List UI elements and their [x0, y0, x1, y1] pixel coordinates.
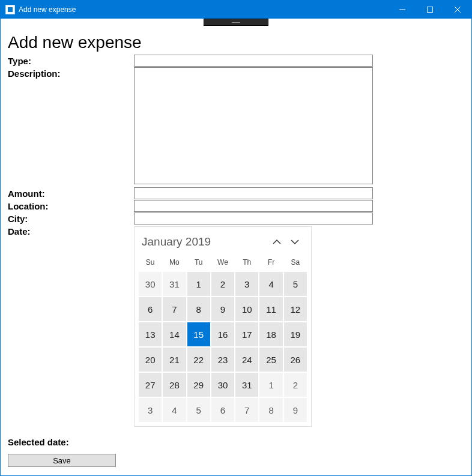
chevron-up-icon: [272, 238, 282, 246]
chevron-down-icon: [290, 238, 300, 246]
app-window: Add new expense Add new expense Type: De…: [0, 0, 472, 476]
calendar-day[interactable]: 21: [162, 347, 186, 372]
calendar-day[interactable]: 23: [211, 347, 235, 372]
calendar-day[interactable]: 29: [187, 372, 211, 397]
window-title: Add new expense: [19, 5, 76, 14]
type-label: Type:: [8, 55, 134, 67]
calendar-day[interactable]: 2: [283, 372, 307, 397]
calendar-day[interactable]: 26: [283, 347, 307, 372]
calendar-day[interactable]: 5: [187, 397, 211, 423]
calendar-day-header: Fr: [259, 256, 283, 269]
calendar-day[interactable]: 17: [235, 322, 259, 347]
selected-date-label: Selected date:: [8, 437, 69, 447]
calendar-day[interactable]: 13: [138, 322, 162, 347]
calendar-day[interactable]: 6: [138, 297, 162, 322]
calendar-day[interactable]: 12: [283, 297, 307, 322]
calendar-day[interactable]: 30: [211, 372, 235, 397]
date-calendar: January 2019 SuMoTuWeThFrSa 303112345678…: [134, 226, 312, 427]
calendar-day[interactable]: 8: [259, 397, 283, 423]
calendar-prev-button[interactable]: [268, 233, 286, 251]
calendar-day[interactable]: 1: [187, 271, 211, 297]
calendar-day[interactable]: 7: [162, 297, 186, 322]
calendar-day[interactable]: 16: [211, 322, 235, 347]
date-label: Date:: [8, 225, 134, 238]
city-label: City:: [8, 212, 134, 225]
calendar-day[interactable]: 20: [138, 347, 162, 372]
calendar-day[interactable]: 9: [283, 397, 307, 423]
save-button[interactable]: Save: [8, 454, 116, 467]
calendar-day[interactable]: 3: [235, 271, 259, 297]
calendar-day[interactable]: 19: [283, 322, 307, 347]
location-label: Location:: [8, 200, 134, 212]
client-area: Add new expense Type: Description: Amoun…: [1, 19, 471, 475]
calendar-day[interactable]: 3: [138, 397, 162, 423]
calendar-day[interactable]: 28: [162, 372, 186, 397]
calendar-day[interactable]: 6: [211, 397, 235, 423]
calendar-day-header: Tu: [187, 256, 211, 269]
titlebar: Add new expense: [1, 1, 471, 19]
tablet-handle-icon: [204, 19, 268, 26]
app-icon: [5, 5, 15, 14]
calendar-day[interactable]: 7: [235, 397, 259, 423]
calendar-day[interactable]: 5: [283, 271, 307, 297]
calendar-day-header: Th: [235, 256, 259, 269]
calendar-day-header: Mo: [162, 256, 186, 269]
calendar-day[interactable]: 4: [259, 271, 283, 297]
calendar-day[interactable]: 10: [235, 297, 259, 322]
calendar-day[interactable]: 1: [259, 372, 283, 397]
calendar-next-button[interactable]: [286, 233, 304, 251]
expense-form: Type: Description: Amount: Location: Cit…: [8, 55, 464, 427]
calendar-day[interactable]: 31: [162, 271, 186, 297]
amount-label: Amount:: [8, 187, 134, 200]
calendar-day-header: Su: [138, 256, 162, 269]
calendar-day[interactable]: 2: [211, 271, 235, 297]
type-input[interactable]: [134, 55, 373, 67]
description-label: Description:: [8, 67, 134, 80]
calendar-day[interactable]: 18: [259, 322, 283, 347]
calendar-day[interactable]: 22: [187, 347, 211, 372]
calendar-day[interactable]: 25: [259, 347, 283, 372]
calendar-day[interactable]: 30: [138, 271, 162, 297]
minimize-button[interactable]: [389, 1, 416, 19]
calendar-day[interactable]: 11: [259, 297, 283, 322]
calendar-day[interactable]: 4: [162, 397, 186, 423]
amount-input[interactable]: [134, 187, 373, 199]
calendar-day-header: We: [211, 256, 235, 269]
calendar-grid: 3031123456789101112131415161718192021222…: [135, 271, 311, 426]
calendar-day-header: Sa: [283, 256, 307, 269]
location-input[interactable]: [134, 200, 373, 212]
description-input[interactable]: [134, 67, 373, 184]
maximize-button[interactable]: [416, 1, 444, 19]
calendar-day[interactable]: 9: [211, 297, 235, 322]
calendar-day[interactable]: 14: [162, 322, 186, 347]
calendar-day[interactable]: 8: [187, 297, 211, 322]
calendar-day[interactable]: 31: [235, 372, 259, 397]
calendar-day[interactable]: 27: [138, 372, 162, 397]
city-input[interactable]: [134, 212, 373, 224]
calendar-day[interactable]: 24: [235, 347, 259, 372]
svg-rect-1: [428, 7, 433, 13]
calendar-day-headers: SuMoTuWeThFrSa: [135, 255, 311, 271]
page-title: Add new expense: [8, 33, 464, 52]
calendar-day[interactable]: 15: [187, 322, 211, 347]
calendar-month-title[interactable]: January 2019: [142, 235, 268, 249]
close-button[interactable]: [444, 1, 471, 19]
